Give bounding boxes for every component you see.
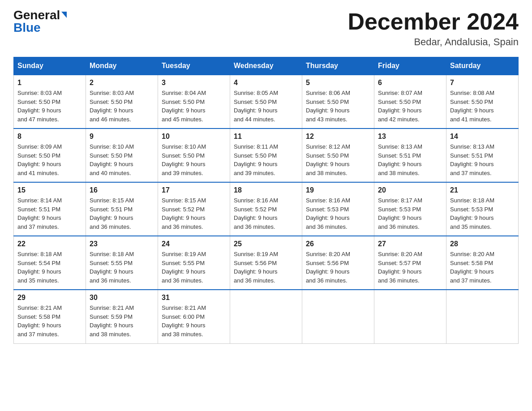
day-cell: 3 Sunrise: 8:04 AM Sunset: 5:50 PM Dayli… — [158, 75, 230, 128]
day-cell: 6 Sunrise: 8:07 AM Sunset: 5:50 PM Dayli… — [374, 75, 446, 128]
day-cell: 1 Sunrise: 8:03 AM Sunset: 5:50 PM Dayli… — [14, 75, 86, 128]
day-info: Sunrise: 8:03 AM Sunset: 5:50 PM Dayligh… — [17, 89, 82, 124]
calendar-header: SundayMondayTuesdayWednesdayThursdayFrid… — [14, 57, 519, 75]
day-number: 6 — [378, 79, 442, 87]
day-number: 12 — [306, 133, 370, 141]
week-row-3: 15 Sunrise: 8:14 AM Sunset: 5:51 PM Dayl… — [14, 182, 519, 236]
day-number: 28 — [450, 240, 515, 248]
day-cell: 16 Sunrise: 8:15 AM Sunset: 5:51 PM Dayl… — [86, 182, 158, 236]
header-thursday: Thursday — [302, 57, 374, 75]
day-number: 30 — [90, 294, 154, 302]
day-info: Sunrise: 8:17 AM Sunset: 5:53 PM Dayligh… — [378, 196, 442, 231]
calendar-title: December 2024 — [348, 9, 519, 34]
day-info: Sunrise: 8:08 AM Sunset: 5:50 PM Dayligh… — [450, 89, 515, 124]
day-cell: 2 Sunrise: 8:03 AM Sunset: 5:50 PM Dayli… — [86, 75, 158, 128]
day-number: 14 — [450, 133, 515, 141]
header-tuesday: Tuesday — [158, 57, 230, 75]
day-info: Sunrise: 8:13 AM Sunset: 5:51 PM Dayligh… — [378, 142, 442, 177]
day-info: Sunrise: 8:09 AM Sunset: 5:50 PM Dayligh… — [17, 142, 82, 177]
day-info: Sunrise: 8:10 AM Sunset: 5:50 PM Dayligh… — [90, 142, 154, 177]
day-number: 11 — [234, 133, 298, 141]
day-cell: 30 Sunrise: 8:21 AM Sunset: 5:59 PM Dayl… — [86, 290, 158, 343]
day-cell: 5 Sunrise: 8:06 AM Sunset: 5:50 PM Dayli… — [302, 75, 374, 128]
day-cell: 24 Sunrise: 8:19 AM Sunset: 5:55 PM Dayl… — [158, 236, 230, 290]
day-info: Sunrise: 8:15 AM Sunset: 5:51 PM Dayligh… — [90, 196, 154, 231]
day-number: 29 — [17, 294, 82, 302]
day-number: 3 — [162, 79, 226, 87]
header-sunday: Sunday — [14, 57, 86, 75]
day-cell: 14 Sunrise: 8:13 AM Sunset: 5:51 PM Dayl… — [446, 128, 519, 182]
day-info: Sunrise: 8:20 AM Sunset: 5:58 PM Dayligh… — [450, 250, 515, 285]
day-number: 18 — [234, 186, 298, 194]
day-info: Sunrise: 8:21 AM Sunset: 5:58 PM Dayligh… — [17, 304, 82, 338]
day-number: 22 — [17, 240, 82, 248]
day-cell: 17 Sunrise: 8:15 AM Sunset: 5:52 PM Dayl… — [158, 182, 230, 236]
day-number: 1 — [17, 79, 82, 87]
day-info: Sunrise: 8:05 AM Sunset: 5:50 PM Dayligh… — [234, 89, 298, 124]
logo-blue: Blue — [13, 21, 41, 34]
day-number: 5 — [306, 79, 370, 87]
header-saturday: Saturday — [446, 57, 519, 75]
day-info: Sunrise: 8:19 AM Sunset: 5:55 PM Dayligh… — [162, 250, 226, 285]
day-cell: 8 Sunrise: 8:09 AM Sunset: 5:50 PM Dayli… — [14, 128, 86, 182]
day-number: 20 — [378, 186, 442, 194]
day-number: 23 — [90, 240, 154, 248]
header-friday: Friday — [374, 57, 446, 75]
week-row-1: 1 Sunrise: 8:03 AM Sunset: 5:50 PM Dayli… — [14, 75, 519, 128]
day-cell: 25 Sunrise: 8:19 AM Sunset: 5:56 PM Dayl… — [230, 236, 302, 290]
day-number: 7 — [450, 79, 515, 87]
day-number: 16 — [90, 186, 154, 194]
day-number: 26 — [306, 240, 370, 248]
day-number: 27 — [378, 240, 442, 248]
calendar-body: 1 Sunrise: 8:03 AM Sunset: 5:50 PM Dayli… — [14, 75, 519, 343]
day-info: Sunrise: 8:04 AM Sunset: 5:50 PM Dayligh… — [162, 89, 226, 124]
day-info: Sunrise: 8:21 AM Sunset: 6:00 PM Dayligh… — [162, 304, 226, 338]
header-monday: Monday — [86, 57, 158, 75]
day-info: Sunrise: 8:03 AM Sunset: 5:50 PM Dayligh… — [90, 89, 154, 124]
calendar-subtitle: Bedar, Andalusia, Spain — [348, 36, 519, 48]
day-info: Sunrise: 8:15 AM Sunset: 5:52 PM Dayligh… — [162, 196, 226, 231]
day-info: Sunrise: 8:11 AM Sunset: 5:50 PM Dayligh… — [234, 142, 298, 177]
day-cell — [302, 290, 374, 343]
day-info: Sunrise: 8:18 AM Sunset: 5:54 PM Dayligh… — [17, 250, 82, 285]
day-number: 2 — [90, 79, 154, 87]
day-info: Sunrise: 8:10 AM Sunset: 5:50 PM Dayligh… — [162, 142, 226, 177]
day-number: 4 — [234, 79, 298, 87]
logo-general: General — [13, 9, 60, 21]
day-info: Sunrise: 8:18 AM Sunset: 5:55 PM Dayligh… — [90, 250, 154, 285]
day-info: Sunrise: 8:16 AM Sunset: 5:53 PM Dayligh… — [306, 196, 370, 231]
day-cell: 13 Sunrise: 8:13 AM Sunset: 5:51 PM Dayl… — [374, 128, 446, 182]
day-cell: 23 Sunrise: 8:18 AM Sunset: 5:55 PM Dayl… — [86, 236, 158, 290]
day-info: Sunrise: 8:20 AM Sunset: 5:57 PM Dayligh… — [378, 250, 442, 285]
day-info: Sunrise: 8:07 AM Sunset: 5:50 PM Dayligh… — [378, 89, 442, 124]
day-cell: 31 Sunrise: 8:21 AM Sunset: 6:00 PM Dayl… — [158, 290, 230, 343]
day-cell: 9 Sunrise: 8:10 AM Sunset: 5:50 PM Dayli… — [86, 128, 158, 182]
day-number: 10 — [162, 133, 226, 141]
day-number: 24 — [162, 240, 226, 248]
day-cell: 28 Sunrise: 8:20 AM Sunset: 5:58 PM Dayl… — [446, 236, 519, 290]
day-cell: 20 Sunrise: 8:17 AM Sunset: 5:53 PM Dayl… — [374, 182, 446, 236]
day-info: Sunrise: 8:18 AM Sunset: 5:53 PM Dayligh… — [450, 196, 515, 231]
day-number: 13 — [378, 133, 442, 141]
day-cell — [446, 290, 519, 343]
week-row-2: 8 Sunrise: 8:09 AM Sunset: 5:50 PM Dayli… — [14, 128, 519, 182]
logo-arrow-icon — [61, 12, 67, 18]
day-cell: 18 Sunrise: 8:16 AM Sunset: 5:52 PM Dayl… — [230, 182, 302, 236]
calendar-table: SundayMondayTuesdayWednesdayThursdayFrid… — [13, 57, 519, 344]
day-info: Sunrise: 8:12 AM Sunset: 5:50 PM Dayligh… — [306, 142, 370, 177]
day-cell: 12 Sunrise: 8:12 AM Sunset: 5:50 PM Dayl… — [302, 128, 374, 182]
day-number: 25 — [234, 240, 298, 248]
day-info: Sunrise: 8:21 AM Sunset: 5:59 PM Dayligh… — [90, 304, 154, 338]
day-cell: 11 Sunrise: 8:11 AM Sunset: 5:50 PM Dayl… — [230, 128, 302, 182]
day-info: Sunrise: 8:13 AM Sunset: 5:51 PM Dayligh… — [450, 142, 515, 177]
day-number: 21 — [450, 186, 515, 194]
day-cell: 19 Sunrise: 8:16 AM Sunset: 5:53 PM Dayl… — [302, 182, 374, 236]
week-row-4: 22 Sunrise: 8:18 AM Sunset: 5:54 PM Dayl… — [14, 236, 519, 290]
header-wednesday: Wednesday — [230, 57, 302, 75]
day-info: Sunrise: 8:20 AM Sunset: 5:56 PM Dayligh… — [306, 250, 370, 285]
title-area: December 2024 Bedar, Andalusia, Spain — [348, 9, 519, 48]
day-cell: 15 Sunrise: 8:14 AM Sunset: 5:51 PM Dayl… — [14, 182, 86, 236]
day-cell: 21 Sunrise: 8:18 AM Sunset: 5:53 PM Dayl… — [446, 182, 519, 236]
day-cell: 10 Sunrise: 8:10 AM Sunset: 5:50 PM Dayl… — [158, 128, 230, 182]
day-cell: 27 Sunrise: 8:20 AM Sunset: 5:57 PM Dayl… — [374, 236, 446, 290]
